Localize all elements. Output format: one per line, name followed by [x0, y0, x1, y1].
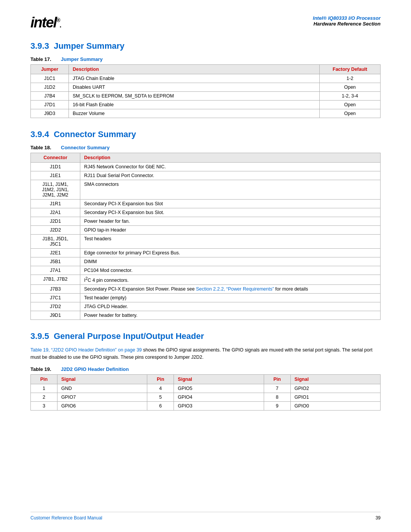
th-signal1: Signal	[57, 374, 147, 384]
th-pin3: Pin	[264, 374, 290, 384]
header-right: Intel® IQ80333 I/O Processor Hardware Re…	[313, 15, 381, 27]
th-pin2: Pin	[147, 374, 174, 384]
table-row: J2D2GPIO tap-in Header	[31, 226, 381, 235]
th-description2: Description	[80, 153, 381, 163]
table-row: J1D1RJ45 Network Connector for GbE NIC.	[31, 163, 381, 171]
th-pin1: Pin	[31, 374, 57, 384]
table-row: J9D3Buzzer VolumeOpen	[31, 109, 381, 118]
section-395-heading: 3.9.5 General Purpose Input/Output Heade…	[30, 331, 381, 341]
th-signal2: Signal	[174, 374, 264, 384]
table-row: 1GND4GPIO57GPIO2	[31, 384, 381, 393]
table-row: J7B1, J7B2I2C 4 pin connectors.	[31, 275, 381, 285]
table-row: J1R1Secondary PCI-X Expansion bus Slot	[31, 200, 381, 208]
table-row: J7D2JTAG CPLD Header.	[31, 302, 381, 311]
table-row: J1D2Disables UARTOpen	[31, 83, 381, 92]
footer-left[interactable]: Customer Reference Board Manual	[30, 515, 102, 521]
table18-title: Connector Summary	[61, 145, 110, 150]
table19: Pin Signal Pin Signal Pin Signal 1GND4GP…	[30, 374, 381, 411]
table-row: J7C1Test header (empty)	[31, 294, 381, 302]
th-factory-default: Factory Default	[320, 65, 381, 74]
header-subtitle: Hardware Reference Section	[313, 21, 381, 27]
page-footer: Customer Reference Board Manual 39	[30, 512, 381, 521]
table18-num: Table 18.	[30, 145, 61, 150]
table19-link[interactable]: Table 19, “J2D2 GPIO Header Definition” …	[30, 347, 142, 353]
table19-num: Table 19.	[30, 366, 61, 372]
table-row: J1E1RJ11 Dual Serial Port Connector.	[31, 171, 381, 180]
table-row: J7D116-bit Flash EnableOpen	[31, 101, 381, 109]
table17-title: Jumper Summary	[61, 56, 103, 62]
table-row: J1C1JTAG Chain Enable1-2	[31, 74, 381, 83]
th-connector: Connector	[31, 153, 80, 163]
page-container: intel®. Intel® IQ80333 I/O Processor Har…	[0, 0, 411, 532]
table17: Jumper Description Factory Default J1C1J…	[30, 64, 381, 118]
table-row: 2GPIO75GPIO48GPIO1	[31, 393, 381, 401]
table17-label: Table 17. Jumper Summary	[30, 56, 381, 62]
section395-para: Table 19, “J2D2 GPIO Header Definition” …	[30, 347, 381, 361]
table-row: J5B1DIMM	[31, 257, 381, 266]
table-row: J2E1Edge connector for primary PCI Expre…	[31, 249, 381, 257]
th-description: Description	[69, 65, 320, 74]
power-req-link[interactable]: Section 2.2.2, “Power Requirements”	[196, 286, 274, 292]
header-title-link[interactable]: Intel® IQ80333 I/O Processor	[313, 15, 381, 21]
table-row: J1B1, J5D1, J5C1Test headers	[31, 235, 381, 249]
table18: Connector Description J1D1RJ45 Network C…	[30, 153, 381, 320]
logo-text: intel	[30, 14, 56, 30]
table19-title: J2D2 GPIO Header Definition	[61, 366, 129, 372]
table-row: J9D1Power header for battery.	[31, 311, 381, 320]
table17-num: Table 17.	[30, 56, 61, 62]
page-header: intel®. Intel® IQ80333 I/O Processor Har…	[30, 15, 381, 30]
table-row: J7B3Secondary PCI-X Expansion Slot Power…	[31, 285, 381, 294]
table-row: J7A1PC104 Mod connector.	[31, 266, 381, 275]
table-row: J2A1Secondary PCI-X Expansion bus Slot.	[31, 208, 381, 217]
table-row: J7B4SM_SCLK to EEPROM, SM_SDTA to EEPROM…	[31, 92, 381, 101]
table-row: J1L1, J1M1, J1M2, J1N1, J2M1, J2M2SMA co…	[31, 180, 381, 200]
th-jumper: Jumper	[31, 65, 69, 74]
section-393-heading: 3.9.3 Jumper Summary	[30, 41, 381, 51]
intel-logo: intel®.	[30, 15, 61, 30]
section-394-heading: 3.9.4 Connector Summary	[30, 129, 381, 139]
footer-right: 39	[376, 515, 381, 521]
table18-label: Table 18. Connector Summary	[30, 145, 381, 150]
table-row: J2D1Power header for fan.	[31, 217, 381, 226]
table19-label: Table 19. J2D2 GPIO Header Definition	[30, 366, 381, 372]
th-signal3: Signal	[290, 374, 380, 384]
table-row: 3GPIO66GPIO39GPIO0	[31, 401, 381, 410]
